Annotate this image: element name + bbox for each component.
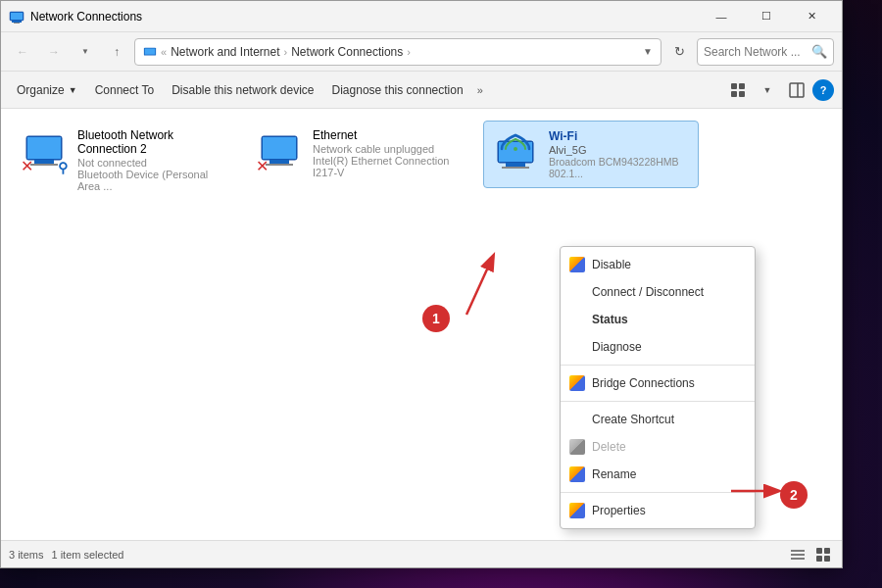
bluetooth-badge-icon: ⚲ <box>58 160 68 175</box>
navbar: ← → ▼ ↑ « Network and Internet › Network… <box>1 32 842 72</box>
ctx-connect-label: Connect / Disconnect <box>592 285 704 299</box>
organize-label: Organize <box>17 83 65 97</box>
view-options-button[interactable] <box>724 76 752 104</box>
address-caret[interactable]: ▼ <box>643 46 653 57</box>
refresh-button[interactable]: ↻ <box>665 38 693 66</box>
svg-rect-5 <box>145 48 156 54</box>
ctx-disable[interactable]: Disable <box>561 251 755 278</box>
bluetooth-name: Bluetooth Network Connection 2 <box>77 128 220 156</box>
details-view-icon <box>790 547 806 563</box>
breadcrumb-root: « <box>161 46 167 58</box>
ctx-rename[interactable]: Rename <box>561 461 755 488</box>
organize-dropdown-icon: ▼ <box>69 85 77 95</box>
ctx-sep-1 <box>561 365 755 366</box>
view-grid-icon <box>730 82 746 98</box>
ctx-status[interactable]: Status <box>561 306 755 333</box>
organize-button[interactable]: Organize ▼ <box>9 76 85 104</box>
ethernet-network-item[interactable]: ✕ Ethernet Network cable unplugged Intel… <box>248 121 464 186</box>
svg-rect-33 <box>824 548 830 554</box>
recent-locations-button[interactable]: ▼ <box>72 38 99 66</box>
svg-rect-32 <box>816 548 822 554</box>
close-button[interactable]: ✕ <box>789 1 834 32</box>
search-icon: 🔍 <box>811 44 827 59</box>
ethernet-info: Ethernet Network cable unplugged Intel(R… <box>313 128 456 178</box>
ctx-bridge-connections[interactable]: Bridge Connections <box>561 369 755 397</box>
large-icons-view-icon <box>815 547 831 563</box>
view-dropdown-button[interactable]: ▼ <box>754 76 781 104</box>
bluetooth-status: Not connected <box>77 157 220 169</box>
ctx-diagnose[interactable]: Diagnose <box>561 333 755 361</box>
large-icons-view-button[interactable] <box>812 544 834 565</box>
window-title: Network Connections <box>30 10 699 24</box>
svg-rect-3 <box>14 23 20 24</box>
wifi-computer-icon <box>492 129 539 176</box>
annotation-2: 2 <box>780 481 808 509</box>
svg-rect-35 <box>824 556 830 562</box>
shield-icon <box>569 503 585 518</box>
diagnose-connection-button[interactable]: Diagnose this connection <box>324 76 471 104</box>
ctx-delete[interactable]: Delete <box>561 433 755 461</box>
svg-rect-8 <box>731 91 737 97</box>
details-view-button[interactable] <box>787 544 808 565</box>
titlebar: Network Connections — ☐ ✕ <box>1 1 842 32</box>
ethernet-icon-wrap: ✕ <box>256 128 303 175</box>
bluetooth-info: Bluetooth Network Connection 2 Not conne… <box>77 128 220 192</box>
wifi-info: Wi-Fi Alvi_5G Broadcom BCM943228HMB 802.… <box>549 129 690 179</box>
statusbar: 3 items 1 item selected <box>1 540 842 567</box>
items-count: 3 items <box>9 549 43 561</box>
preview-pane-button[interactable] <box>783 76 810 104</box>
bluetooth-desc: Bluetooth Device (Personal Area ... <box>77 169 220 192</box>
breadcrumb-separator-1: › <box>284 46 288 58</box>
ethernet-name: Ethernet <box>313 128 456 142</box>
ctx-disable-label: Disable <box>592 258 631 271</box>
wifi-status: Alvi_5G <box>549 144 690 156</box>
svg-rect-14 <box>34 160 54 164</box>
forward-button[interactable]: → <box>40 38 68 66</box>
svg-rect-23 <box>502 167 529 169</box>
ctx-delete-label: Delete <box>592 440 626 454</box>
main-window: Network Connections — ☐ ✕ ← → ▼ ↑ « Netw… <box>0 0 843 568</box>
bluetooth-network-item[interactable]: ✕ ⚲ Bluetooth Network Connection 2 Not c… <box>13 121 228 200</box>
ctx-properties[interactable]: Properties <box>561 497 755 524</box>
ethernet-red-x-icon: ✕ <box>256 157 269 175</box>
wifi-icon-wrap <box>492 129 539 176</box>
back-button[interactable]: ← <box>9 38 36 66</box>
svg-rect-2 <box>11 13 23 20</box>
ctx-shortcut-label: Create Shortcut <box>592 413 674 426</box>
ctx-status-label: Status <box>592 313 628 326</box>
shield-icon <box>569 466 585 482</box>
minimize-button[interactable]: — <box>699 1 744 32</box>
breadcrumb-2[interactable]: Network Connections <box>291 45 403 59</box>
ctx-disable-icon <box>568 256 586 273</box>
up-button[interactable]: ↑ <box>103 38 130 66</box>
help-button[interactable]: ? <box>812 79 834 101</box>
preview-pane-icon <box>789 82 805 98</box>
maximize-button[interactable]: ☐ <box>744 1 789 32</box>
ctx-sep-2 <box>561 401 755 402</box>
svg-line-26 <box>466 261 491 315</box>
svg-rect-15 <box>30 164 58 166</box>
ctx-connect-disconnect[interactable]: Connect / Disconnect <box>561 278 755 306</box>
ctx-sep-3 <box>561 492 755 493</box>
shield-icon <box>569 257 585 272</box>
breadcrumb-1[interactable]: Network and Internet <box>171 45 279 59</box>
address-bar-icon <box>143 45 157 59</box>
svg-rect-19 <box>266 164 293 166</box>
ctx-create-shortcut[interactable]: Create Shortcut <box>561 406 755 433</box>
more-options-button[interactable]: » <box>473 76 487 104</box>
svg-rect-18 <box>270 160 289 164</box>
search-box[interactable]: 🔍 <box>697 38 834 66</box>
svg-rect-6 <box>731 83 737 89</box>
svg-rect-10 <box>790 83 804 97</box>
address-bar[interactable]: « Network and Internet › Network Connect… <box>134 38 662 66</box>
svg-rect-9 <box>739 91 745 97</box>
svg-rect-17 <box>263 137 296 159</box>
ctx-bridge-icon <box>568 374 586 392</box>
more-label: » <box>477 84 483 96</box>
connect-to-button[interactable]: Connect To <box>87 76 163 104</box>
annotation-1: 1 <box>422 305 450 332</box>
search-input[interactable] <box>704 45 808 59</box>
svg-rect-13 <box>27 137 61 159</box>
wifi-network-item[interactable]: Wi-Fi Alvi_5G Broadcom BCM943228HMB 802.… <box>483 121 699 188</box>
disable-device-button[interactable]: Disable this network device <box>164 76 321 104</box>
